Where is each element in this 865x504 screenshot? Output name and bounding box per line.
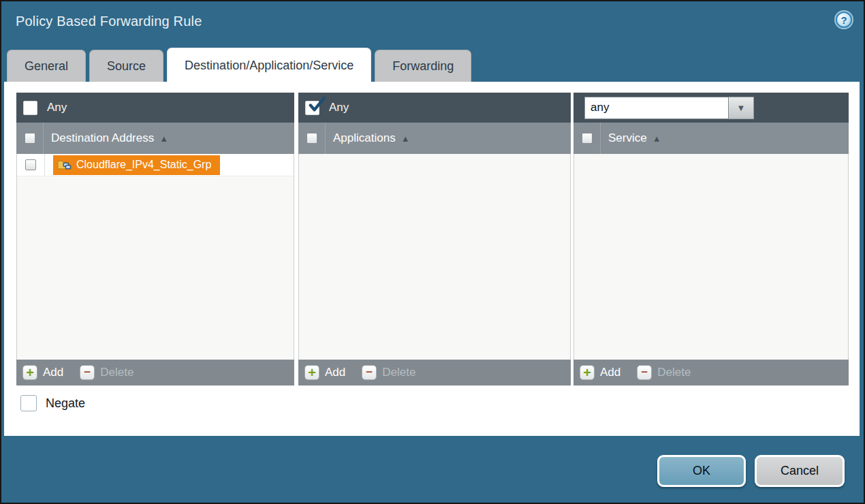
address-group-name: Cloudflare_IPv4_Static_Grp xyxy=(76,159,211,171)
selected-address-group[interactable]: Cloudflare_IPv4_Static_Grp xyxy=(53,155,220,175)
minus-icon: − xyxy=(80,365,95,380)
pbf-rule-dialog: Policy Based Forwarding Rule ? General S… xyxy=(0,0,865,504)
destination-column-header[interactable]: Destination Address xyxy=(51,131,154,145)
ok-button[interactable]: OK xyxy=(657,455,746,487)
minus-icon: − xyxy=(362,365,377,380)
tab-bar: General Source Destination/Application/S… xyxy=(7,48,471,82)
sort-asc-icon[interactable]: ▲ xyxy=(401,133,410,144)
applications-list xyxy=(298,154,571,360)
destination-any-bar: Any xyxy=(16,93,294,123)
destination-any-label: Any xyxy=(47,101,67,114)
applications-select-all-checkbox[interactable] xyxy=(306,133,317,144)
destination-list: Cloudflare_IPv4_Static_Grp xyxy=(16,154,294,360)
applications-column-header[interactable]: Applications xyxy=(333,131,396,145)
negate-row: Negate xyxy=(20,395,85,411)
tab-source[interactable]: Source xyxy=(89,50,163,82)
service-column-header[interactable]: Service xyxy=(608,131,647,145)
negate-label: Negate xyxy=(46,396,85,411)
plus-icon: + xyxy=(580,365,595,380)
service-select-all-checkbox[interactable] xyxy=(582,133,593,144)
address-group-icon xyxy=(57,159,72,170)
cancel-button[interactable]: Cancel xyxy=(755,455,845,487)
applications-panel: Any Applications ▲ + Add − Delete xyxy=(298,93,571,385)
negate-checkbox[interactable] xyxy=(20,395,37,411)
service-add-button[interactable]: + Add xyxy=(580,365,620,380)
destination-delete-button[interactable]: − Delete xyxy=(80,365,133,380)
applications-delete-button[interactable]: − Delete xyxy=(362,365,415,380)
service-dropdown: ▼ xyxy=(584,97,754,119)
destination-column-header-row: Destination Address ▲ xyxy=(16,123,294,154)
applications-any-bar: Any xyxy=(298,93,571,123)
dialog-title: Policy Based Forwarding Rule xyxy=(16,14,202,29)
tab-content: Any Destination Address ▲ xyxy=(4,82,860,436)
service-delete-button[interactable]: − Delete xyxy=(637,365,691,380)
sort-asc-icon[interactable]: ▲ xyxy=(652,133,661,144)
service-toolbar: + Add − Delete xyxy=(573,360,849,385)
destination-any-checkbox[interactable] xyxy=(23,101,37,115)
applications-any-label: Any xyxy=(329,101,349,114)
chevron-down-icon: ▼ xyxy=(737,103,746,113)
plus-icon: + xyxy=(304,365,319,380)
help-icon[interactable]: ? xyxy=(836,12,852,28)
service-dropdown-button[interactable]: ▼ xyxy=(729,97,754,119)
service-list xyxy=(573,154,849,360)
tab-destination-application-service[interactable]: Destination/Application/Service xyxy=(167,48,371,82)
destination-add-button[interactable]: + Add xyxy=(22,365,63,380)
service-dropdown-bar: ▼ xyxy=(573,93,849,123)
service-dropdown-input[interactable] xyxy=(584,97,729,119)
minus-icon: − xyxy=(637,365,652,380)
table-row[interactable]: Cloudflare_IPv4_Static_Grp xyxy=(17,154,294,176)
check-icon xyxy=(307,96,326,114)
service-column-header-row: Service ▲ xyxy=(573,123,849,154)
applications-any-checkbox[interactable] xyxy=(305,101,319,115)
plus-icon: + xyxy=(22,365,37,380)
tab-general[interactable]: General xyxy=(7,50,86,82)
destination-select-all-checkbox[interactable] xyxy=(25,133,35,144)
service-panel: ▼ Service ▲ + Add − Delete xyxy=(573,93,849,385)
applications-toolbar: + Add − Delete xyxy=(298,360,571,385)
sort-asc-icon[interactable]: ▲ xyxy=(159,133,168,144)
help-question-glyph: ? xyxy=(840,14,847,26)
row-checkbox[interactable] xyxy=(25,159,36,170)
applications-add-button[interactable]: + Add xyxy=(304,365,345,380)
applications-column-header-row: Applications ▲ xyxy=(298,123,571,154)
tab-forwarding[interactable]: Forwarding xyxy=(375,50,471,82)
destination-address-panel: Any Destination Address ▲ xyxy=(16,93,294,385)
destination-toolbar: + Add − Delete xyxy=(16,360,294,385)
